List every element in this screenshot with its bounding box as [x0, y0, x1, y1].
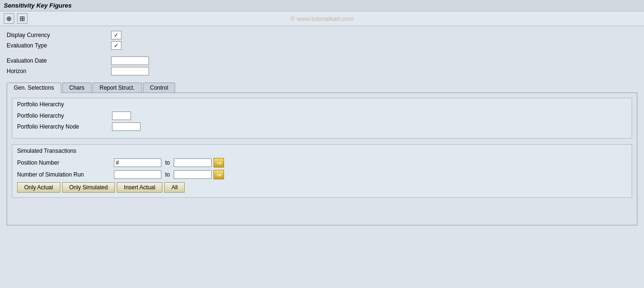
portfolio-section-title: Portfolio Hierarchy	[17, 101, 627, 108]
portfolio-hierarchy-section: Portfolio Hierarchy Portfolio Hierarchy …	[12, 98, 632, 139]
only-simulated-button[interactable]: Only Simulated	[62, 182, 115, 193]
evaluation-type-row: Evaluation Type ✓	[7, 41, 637, 50]
portfolio-hierarchy-node-label: Portfolio Hierarchy Node	[17, 123, 112, 130]
simulation-run-label: Number of Simulation Run	[17, 171, 112, 178]
page-title: Sensitivity Key Figures	[4, 2, 72, 9]
tabs-container: Gen. Selections Chars Report Struct. Con…	[7, 82, 637, 93]
portfolio-hierarchy-input[interactable]	[112, 111, 131, 120]
horizon-label: Horizon	[7, 68, 111, 74]
watermark: © www.tutorialkart.com	[290, 15, 354, 22]
position-number-from-input[interactable]	[114, 158, 161, 167]
tab-chars[interactable]: Chars	[62, 83, 92, 93]
tab-control[interactable]: Control	[143, 83, 176, 93]
horizon-input[interactable]: 16.09.2018	[111, 67, 149, 75]
all-button[interactable]: All	[164, 182, 185, 193]
tab-report-struct[interactable]: Report Struct.	[93, 83, 142, 93]
copy-icon[interactable]: ⊞	[17, 13, 28, 24]
display-currency-row: Display Currency ✓	[7, 31, 637, 39]
toolbar: ⊕ ⊞ © www.tutorialkart.com	[0, 11, 644, 26]
evaluation-date-label: Evaluation Date	[7, 57, 111, 64]
portfolio-hierarchy-label: Portfolio Hierarchy	[17, 112, 112, 119]
simulated-section-title: Simulated Transactions	[17, 148, 627, 154]
clock-icon[interactable]: ⊕	[4, 13, 14, 24]
evaluation-type-checkbox[interactable]: ✓	[111, 41, 121, 50]
portfolio-hierarchy-node-row: Portfolio Hierarchy Node	[17, 122, 627, 131]
display-currency-checkbox[interactable]: ✓	[111, 31, 121, 39]
evaluation-type-label: Evaluation Type	[7, 42, 111, 49]
simulation-run-from-input[interactable]	[114, 170, 161, 179]
position-number-to-input[interactable]	[174, 158, 212, 167]
simulation-run-to-label: to	[165, 171, 170, 178]
position-number-label: Position Number	[17, 159, 112, 166]
main-content: Display Currency ✓ Evaluation Type ✓ Eva…	[0, 26, 644, 230]
simulation-run-row: Number of Simulation Run to ⇒	[17, 170, 627, 179]
only-actual-button[interactable]: Only Actual	[17, 182, 60, 193]
action-buttons: Only Actual Only Simulated Insert Actual…	[17, 182, 627, 193]
tab-panel: Portfolio Hierarchy Portfolio Hierarchy …	[7, 93, 637, 225]
position-number-row: Position Number to ⇒	[17, 158, 627, 167]
display-currency-label: Display Currency	[7, 32, 111, 38]
horizon-row: Horizon 16.09.2018	[7, 67, 637, 75]
insert-actual-button[interactable]: Insert Actual	[117, 182, 162, 193]
position-number-to-label: to	[165, 159, 170, 166]
simulation-run-to-input[interactable]	[174, 170, 212, 179]
simulation-run-arrow-button[interactable]: ⇒	[214, 170, 224, 179]
title-bar: Sensitivity Key Figures	[0, 0, 644, 11]
position-number-arrow-button[interactable]: ⇒	[214, 158, 224, 167]
evaluation-date-input[interactable]: 16.09.2018	[111, 56, 149, 65]
simulated-transactions-section: Simulated Transactions Position Number t…	[12, 144, 632, 198]
evaluation-date-row: Evaluation Date 16.09.2018	[7, 56, 637, 65]
portfolio-hierarchy-row: Portfolio Hierarchy	[17, 111, 627, 120]
tab-gen-selections[interactable]: Gen. Selections	[7, 83, 61, 93]
portfolio-hierarchy-node-input[interactable]	[112, 122, 140, 131]
